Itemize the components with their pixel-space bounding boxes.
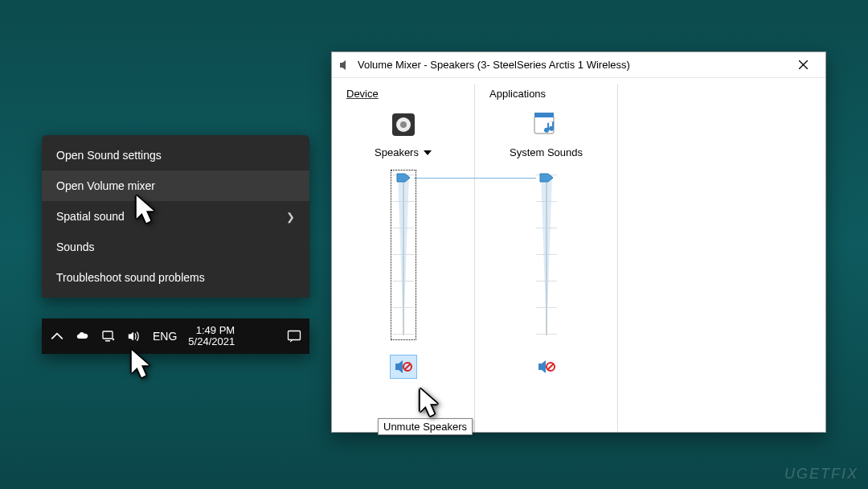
svg-rect-3 <box>289 331 301 340</box>
menu-item-spatial-sound[interactable]: Spatial sound ❯ <box>42 201 309 232</box>
svg-line-8 <box>404 364 410 370</box>
menu-item-label: Troubleshoot sound problems <box>56 271 205 284</box>
system-sounds-mute-button[interactable] <box>533 355 560 379</box>
device-selector[interactable]: Speakers <box>375 146 432 158</box>
menu-item-open-sound-settings[interactable]: Open Sound settings <box>42 140 309 171</box>
device-column: Device Speakers <box>332 84 475 432</box>
speakers-device-icon[interactable] <box>390 111 417 138</box>
taskbar: ENG 1:49 PM 5/24/2021 <box>42 318 309 354</box>
slider-thumb-icon[interactable] <box>539 173 554 183</box>
cursor-icon <box>135 195 158 225</box>
menu-item-troubleshoot[interactable]: Troubleshoot sound problems <box>42 262 309 293</box>
action-center-icon[interactable] <box>287 329 301 343</box>
system-sounds-label: System Sounds <box>510 146 583 158</box>
empty-column <box>618 84 825 432</box>
applications-header: Applications <box>475 84 546 106</box>
language-indicator[interactable]: ENG <box>153 330 177 343</box>
caret-down-icon <box>424 150 432 155</box>
svg-rect-1 <box>105 340 110 342</box>
volume-mixer-window: Volume Mixer - Speakers (3- SteelSeries … <box>331 51 826 433</box>
menu-item-label: Spatial sound <box>56 210 125 223</box>
system-sounds-slider[interactable] <box>536 175 557 335</box>
menu-item-label: Open Sound settings <box>56 149 162 162</box>
clock-time: 1:49 PM <box>188 325 235 336</box>
show-hidden-icons[interactable] <box>50 329 64 343</box>
taskbar-clock[interactable]: 1:49 PM 5/24/2021 <box>188 325 235 348</box>
device-volume-slider[interactable] <box>393 175 414 335</box>
cursor-icon <box>130 349 153 380</box>
menu-item-label: Open Volume mixer <box>56 179 155 192</box>
sound-context-menu: Open Sound settings Open Volume mixer Sp… <box>42 135 309 298</box>
close-button[interactable] <box>787 54 819 76</box>
menu-item-label: Sounds <box>56 240 94 253</box>
unmute-tooltip: Unmute Speakers <box>378 418 473 435</box>
mixer-content: Device Speakers Applications <box>332 78 825 432</box>
slider-thumb-icon[interactable] <box>396 173 411 183</box>
svg-rect-0 <box>103 331 113 339</box>
window-speaker-icon <box>338 59 351 72</box>
cursor-icon <box>419 388 441 418</box>
device-mute-button[interactable] <box>390 355 417 379</box>
menu-item-sounds[interactable]: Sounds <box>42 232 309 262</box>
svg-rect-10 <box>534 113 554 117</box>
system-sounds-icon[interactable] <box>533 111 560 138</box>
onedrive-icon[interactable] <box>76 329 90 343</box>
menu-item-open-volume-mixer[interactable]: Open Volume mixer <box>42 171 309 201</box>
device-label: Speakers <box>375 146 419 158</box>
clock-date: 5/24/2021 <box>188 336 235 347</box>
titlebar[interactable]: Volume Mixer - Speakers (3- SteelSeries … <box>332 52 825 78</box>
svg-point-2 <box>113 339 114 340</box>
volume-icon[interactable] <box>127 329 141 343</box>
svg-line-12 <box>547 364 553 370</box>
svg-point-6 <box>400 121 407 128</box>
watermark: UGETFIX <box>784 466 858 483</box>
system-sounds-column: Applications System Sounds <box>475 84 618 432</box>
network-icon[interactable] <box>101 329 116 343</box>
window-title: Volume Mixer - Speakers (3- SteelSeries … <box>358 59 630 71</box>
chevron-right-icon: ❯ <box>286 211 295 223</box>
device-header: Device <box>332 84 379 106</box>
